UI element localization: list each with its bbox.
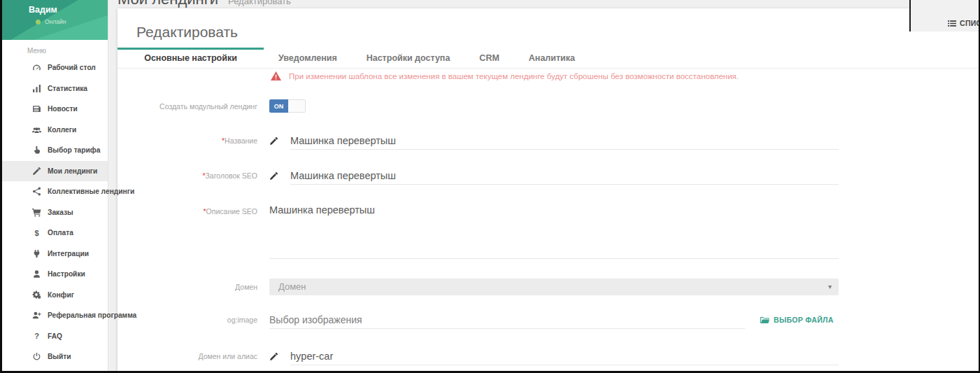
sidebar-item-config[interactable]: Конфиг <box>2 285 108 306</box>
sidebar-item-label: Настройки <box>48 270 85 278</box>
domain-row: Домен Домен ▾ <box>118 279 979 295</box>
sidebar-item-label: Выйти <box>48 353 71 360</box>
choose-file-button[interactable]: ВЫБОР ФАЙЛА <box>760 316 834 324</box>
folder-icon <box>760 316 769 324</box>
hand-pointer-icon <box>31 146 42 155</box>
list-button-label: СПИСОК <box>960 19 979 27</box>
sidebar-item-colleagues[interactable]: Коллеги <box>2 120 108 141</box>
frame-left <box>0 0 2 373</box>
sidebar-item-payment[interactable]: $ Оплата <box>2 223 108 244</box>
sidebar-item-label: Мои лендинги <box>48 167 97 175</box>
sidebar-user-header: Вадим Онлайн <box>2 0 108 40</box>
sidebar-item-referral[interactable]: Реферальная программа <box>2 305 108 326</box>
name-field: Машинка перевертыш <box>269 132 839 150</box>
active-tab-indicator <box>118 48 264 50</box>
toggle-knob <box>288 99 306 113</box>
sidebar-item-label: Реферальная программа <box>48 311 136 319</box>
online-dot-icon <box>36 20 41 24</box>
user-icon <box>31 269 42 279</box>
tab-notifications[interactable]: Уведомления <box>264 48 352 68</box>
seo-description-textarea[interactable]: Машинка перевертыш <box>269 202 839 259</box>
tab-main-settings[interactable]: Основные настройки <box>118 48 264 68</box>
menu-section-label: Меню <box>27 47 108 55</box>
bar-chart-icon <box>31 84 42 93</box>
sidebar-item-statistics[interactable]: Статистика <box>2 78 108 99</box>
tab-crm[interactable]: CRM <box>464 48 513 68</box>
cart-icon <box>31 208 42 217</box>
module-toggle-row: Создать модульный лендинг ON <box>118 99 979 113</box>
user-name: Вадим <box>29 5 57 15</box>
edit-pencil-icon <box>269 136 290 146</box>
breadcrumb: Редактировать <box>228 0 291 6</box>
seo-title-label: *Заголовок SEO <box>118 167 257 185</box>
app-root: Вадим Онлайн Меню Рабочий стол Статистик… <box>0 0 980 373</box>
og-image-input[interactable]: Выбор изображения <box>269 311 745 329</box>
top-right-toolbar: СПИСОК <box>909 0 979 31</box>
sidebar-item-integrations[interactable]: Интеграции <box>2 244 108 265</box>
sidebar-item-news[interactable]: Новости <box>2 99 108 120</box>
list-view-button[interactable]: СПИСОК <box>948 19 979 27</box>
plug-icon <box>31 249 42 258</box>
sidebar-item-label: Статистика <box>48 85 87 92</box>
sidebar: Вадим Онлайн Меню Рабочий стол Статистик… <box>2 0 108 371</box>
tab-bar: Основные настройки Уведомления Настройки… <box>118 48 979 69</box>
sidebar-item-logout[interactable]: Выйти <box>2 346 108 367</box>
sidebar-item-dashboard[interactable]: Рабочий стол <box>2 57 108 78</box>
warning-banner: При изменении шаблона все изменения в ва… <box>271 71 739 80</box>
seo-title-field: Машинка перевертыш <box>269 167 839 185</box>
alias-row: Домен или алиас hyper-car <box>118 347 979 365</box>
sidebar-item-label: Коллеги <box>48 126 76 134</box>
sidebar-item-settings[interactable]: Настройки <box>2 264 108 285</box>
main-content: Мои лендинги Редактировать СПИСОК Редакт… <box>108 0 979 371</box>
domain-label: Домен <box>118 279 257 295</box>
users-icon <box>31 125 42 134</box>
share-icon <box>31 187 42 196</box>
og-image-field: Выбор изображения ВЫБОР ФАЙЛА <box>269 311 839 329</box>
name-row: *Название Машинка перевертыш <box>118 132 979 150</box>
edit-pencil-icon <box>269 352 290 361</box>
module-toggle-label: Создать модульный лендинг <box>118 99 257 113</box>
sidebar-item-label: Выбор тарифа <box>48 146 100 154</box>
sidebar-item-orders[interactable]: Заказы <box>2 202 108 223</box>
online-status-label: Онлайн <box>45 18 66 25</box>
list-icon <box>948 20 956 27</box>
question-icon: ? <box>31 332 42 340</box>
alias-input[interactable]: hyper-car <box>290 347 839 365</box>
tab-access-settings[interactable]: Настройки доступа <box>352 48 465 68</box>
sidebar-item-my-landings[interactable]: Мои лендинги <box>2 161 108 182</box>
seo-title-row: *Заголовок SEO Машинка перевертыш <box>118 167 979 185</box>
og-image-label: og:image <box>118 311 257 329</box>
sidebar-item-faq[interactable]: ? FAQ <box>2 326 108 347</box>
toggle-on-segment: ON <box>269 99 288 113</box>
sidebar-item-label: Новости <box>48 105 78 113</box>
module-toggle-switch[interactable]: ON <box>269 99 306 113</box>
sidebar-item-label: Конфиг <box>48 291 74 299</box>
domain-select[interactable]: Домен ▾ <box>269 279 839 295</box>
sidebar-item-tariff[interactable]: Выбор тарифа <box>2 140 108 161</box>
seo-description-field: Машинка перевертыш <box>269 202 839 259</box>
edit-card: Редактировать Основные настройки Уведомл… <box>118 8 979 371</box>
edit-pencil-icon <box>269 171 290 181</box>
tab-analytics[interactable]: Аналитика <box>514 48 590 68</box>
seo-description-label: *Описание SEO <box>118 202 257 216</box>
page-header: Мои лендинги Редактировать <box>118 0 551 8</box>
name-input[interactable]: Машинка перевертыш <box>290 132 839 150</box>
sidebar-item-label: FAQ <box>48 332 62 340</box>
online-status: Онлайн <box>36 18 66 25</box>
warning-text: При изменении шаблона все изменения в ва… <box>289 72 739 80</box>
alias-field: hyper-car <box>269 347 839 365</box>
sidebar-item-label: Заказы <box>48 209 73 216</box>
power-icon <box>31 352 42 361</box>
sidebar-item-label: Интеграции <box>48 250 89 258</box>
seo-title-input[interactable]: Машинка перевертыш <box>290 167 839 185</box>
news-icon <box>31 104 42 113</box>
sidebar-item-collective-landings[interactable]: Коллективные лендинги <box>2 181 108 202</box>
sidebar-item-label: Оплата <box>48 229 73 237</box>
dollar-icon: $ <box>31 229 42 237</box>
warning-triangle-icon <box>271 71 281 80</box>
module-toggle-field: ON <box>269 99 839 113</box>
og-image-row: og:image Выбор изображения ВЫБОР ФАЙЛА <box>118 311 979 329</box>
choose-file-label: ВЫБОР ФАЙЛА <box>774 316 834 324</box>
domain-field: Домен ▾ <box>269 279 839 295</box>
chevron-down-icon: ▾ <box>828 279 832 295</box>
